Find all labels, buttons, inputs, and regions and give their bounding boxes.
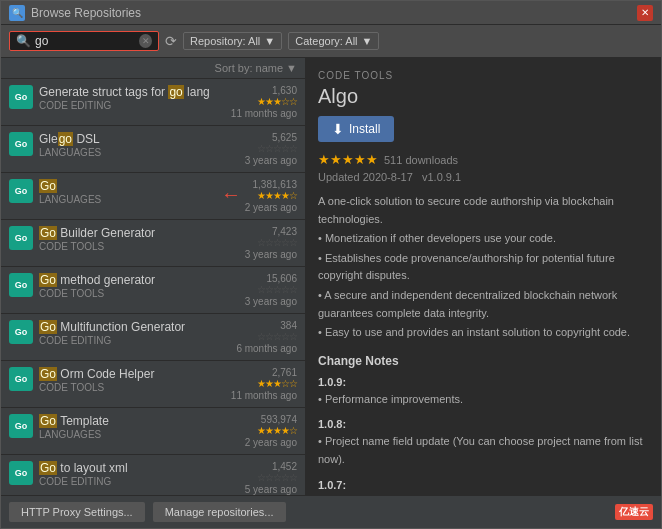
- repo-stars: ☆☆☆☆☆: [245, 284, 297, 295]
- install-label: Install: [349, 122, 380, 136]
- repo-meta: 15,606 ☆☆☆☆☆ 3 years ago: [245, 273, 297, 307]
- plugin-rating: ★★★★★ 511 downloads: [318, 152, 649, 167]
- repo-downloads: 1,381,613: [245, 179, 297, 190]
- close-button[interactable]: ✕: [637, 5, 653, 21]
- repo-icon: Go: [9, 414, 33, 438]
- plugin-category: CODE TOOLS: [318, 70, 649, 81]
- list-item[interactable]: Go Go Template LANGUAGES 593,974 ★★★★☆ 2…: [1, 408, 305, 455]
- search-input[interactable]: [35, 34, 135, 48]
- repo-downloads: 7,423: [245, 226, 297, 237]
- list-item[interactable]: Go Go Builder Generator CODE TOOLS 7,423…: [1, 220, 305, 267]
- repo-age: 2 years ago: [245, 437, 297, 448]
- changelog-version: 1.0.7:: [318, 479, 649, 491]
- search-clear-button[interactable]: ✕: [139, 34, 152, 48]
- repo-category: CODE TOOLS: [39, 288, 239, 299]
- repo-name: Generate struct tags for go lang: [39, 85, 225, 99]
- repo-icon: Go: [9, 273, 33, 297]
- title-bar-controls: ✕: [637, 5, 653, 21]
- install-button[interactable]: ⬇ Install: [318, 116, 394, 142]
- repo-name: Go to layout xml: [39, 461, 239, 475]
- watermark: 亿速云: [615, 504, 653, 520]
- desc-line-2: • Monetization if other developers use y…: [318, 230, 649, 248]
- list-item[interactable]: Go Go Orm Code Helper CODE TOOLS 2,761 ★…: [1, 361, 305, 408]
- desc-line-5: • Easy to use and provides an instant so…: [318, 324, 649, 342]
- repo-meta: 384 ☆☆☆☆☆ 6 months ago: [236, 320, 297, 354]
- repo-downloads: 593,974: [245, 414, 297, 425]
- repo-name: Go Orm Code Helper: [39, 367, 225, 381]
- repo-downloads: 1,630: [231, 85, 297, 96]
- http-proxy-button[interactable]: HTTP Proxy Settings...: [9, 502, 145, 522]
- repo-name: Go Multifunction Generator: [39, 320, 230, 334]
- browse-repositories-window: 🔍 Browse Repositories ✕ 🔍 ✕ ⟳ Repository…: [0, 0, 662, 529]
- repo-info: Go to layout xml CODE EDITING: [39, 461, 239, 487]
- repo-category: LANGUAGES: [39, 194, 239, 205]
- list-item[interactable]: Go Go LANGUAGES ← 1,381,613 ★★★★☆ 2 year…: [1, 173, 305, 220]
- repo-category: CODE EDITING: [39, 335, 230, 346]
- repo-icon: Go: [9, 132, 33, 156]
- updated-info: Updated 2020-8-17 v1.0.9.1: [318, 171, 649, 183]
- repo-icon: Go: [9, 461, 33, 485]
- list-item[interactable]: Go Go method generator CODE TOOLS 15,606…: [1, 267, 305, 314]
- left-panel: Sort by: name ▼ Go Generate struct tags …: [1, 58, 306, 495]
- repo-stars: ★★★☆☆: [231, 378, 297, 389]
- repo-icon: Go: [9, 85, 33, 109]
- repo-info: Go method generator CODE TOOLS: [39, 273, 239, 299]
- title-bar-left: 🔍 Browse Repositories: [9, 5, 141, 21]
- category-dropdown[interactable]: Category: All ▼: [288, 32, 379, 50]
- desc-line-4: • A secure and independent decentralized…: [318, 287, 649, 322]
- watermark-brand: 亿速云: [615, 504, 653, 520]
- repo-category: CODE EDITING: [39, 100, 225, 111]
- content-area: Sort by: name ▼ Go Generate struct tags …: [1, 58, 661, 495]
- repo-age: 2 years ago: [245, 202, 297, 213]
- manage-repositories-button[interactable]: Manage repositories...: [153, 502, 286, 522]
- repo-info: Go Builder Generator CODE TOOLS: [39, 226, 239, 252]
- search-box: 🔍 ✕: [9, 31, 159, 51]
- repo-age: 11 months ago: [231, 390, 297, 401]
- rating-stars: ★★★★★: [318, 152, 378, 167]
- desc-line-1: A one-click solution to secure code auth…: [318, 193, 649, 228]
- list-item[interactable]: Go Go to layout xml CODE EDITING 1,452 ☆…: [1, 455, 305, 495]
- changelog-text: • Project name field update (You can cho…: [318, 433, 649, 468]
- repo-icon: Go: [9, 179, 33, 203]
- changelog-title: Change Notes: [318, 354, 649, 368]
- window-icon: 🔍: [9, 5, 25, 21]
- list-item[interactable]: Go Go Multifunction Generator CODE EDITI…: [1, 314, 305, 361]
- repo-meta: 593,974 ★★★★☆ 2 years ago: [245, 414, 297, 448]
- plugin-description: A one-click solution to secure code auth…: [318, 193, 649, 342]
- sort-label: Sort by: name ▼: [215, 62, 297, 74]
- repo-category: CODE TOOLS: [39, 241, 239, 252]
- repo-downloads: 2,761: [231, 367, 297, 378]
- changelog-version: 1.0.8:: [318, 418, 649, 430]
- repo-category: LANGUAGES: [39, 147, 239, 158]
- toolbar: 🔍 ✕ ⟳ Repository: All ▼ Category: All ▼: [1, 25, 661, 58]
- repository-dropdown[interactable]: Repository: All ▼: [183, 32, 282, 50]
- repo-info: Go LANGUAGES: [39, 179, 239, 205]
- category-chevron-icon: ▼: [362, 35, 373, 47]
- sort-bar: Sort by: name ▼: [1, 58, 305, 79]
- repo-downloads: 384: [236, 320, 297, 331]
- repo-downloads: 5,625: [245, 132, 297, 143]
- downloads-count: 511 downloads: [384, 154, 458, 166]
- repo-downloads: 15,606: [245, 273, 297, 284]
- download-icon: ⬇: [332, 121, 344, 137]
- repo-stars: ★★★☆☆: [231, 96, 297, 107]
- changelog-text: • Performance improvements.: [318, 391, 649, 409]
- repo-stars: ☆☆☆☆☆: [245, 472, 297, 483]
- repo-meta: 1,452 ☆☆☆☆☆ 5 years ago: [245, 461, 297, 495]
- list-item[interactable]: Go Glego DSL LANGUAGES 5,625 ☆☆☆☆☆ 3 yea…: [1, 126, 305, 173]
- repo-category: CODE TOOLS: [39, 382, 225, 393]
- title-bar: 🔍 Browse Repositories ✕: [1, 1, 661, 25]
- version-number: v1.0.9.1: [422, 171, 461, 183]
- arrow-indicator: ←: [221, 183, 241, 206]
- repo-name: Go Builder Generator: [39, 226, 239, 240]
- repo-list[interactable]: Go Generate struct tags for go lang CODE…: [1, 79, 305, 495]
- repo-name: Go method generator: [39, 273, 239, 287]
- list-item[interactable]: Go Generate struct tags for go lang CODE…: [1, 79, 305, 126]
- repo-meta: 1,630 ★★★☆☆ 11 months ago: [231, 85, 297, 119]
- repo-age: 6 months ago: [236, 343, 297, 354]
- changelog-item: 1.0.9: • Performance improvements.: [318, 376, 649, 409]
- refresh-button[interactable]: ⟳: [165, 33, 177, 49]
- repo-category: CODE EDITING: [39, 476, 239, 487]
- changelog-version: 1.0.9:: [318, 376, 649, 388]
- changelog-item: 1.0.8: • Project name field update (You …: [318, 418, 649, 468]
